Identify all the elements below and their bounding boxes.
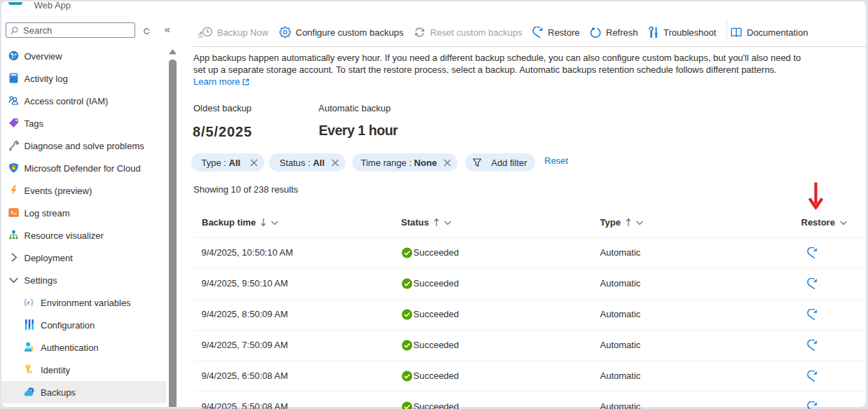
svg-text:}: } — [31, 298, 34, 306]
svg-text:x: x — [26, 298, 30, 306]
